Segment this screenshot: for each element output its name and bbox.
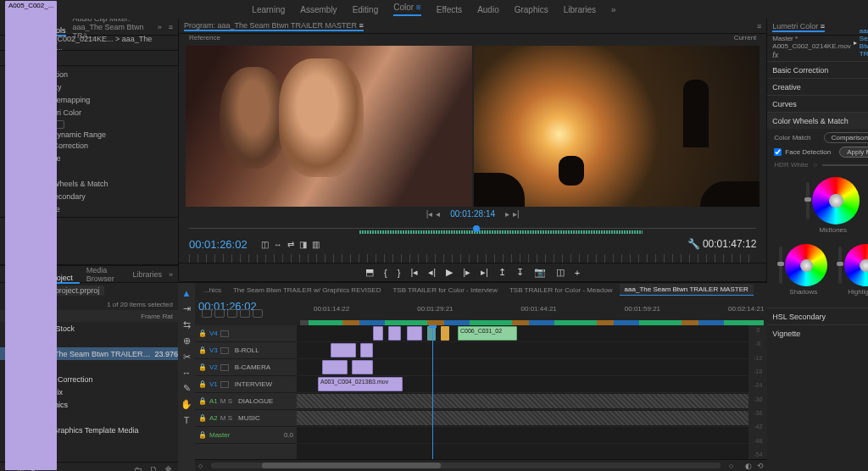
clip[interactable] [407,326,422,341]
reference-viewer[interactable] [186,46,472,207]
clip[interactable] [352,360,373,374]
seq-tab-4[interactable]: aaa_The Seam Btwn TRAILER MASTER [620,284,754,296]
ripple-tool-icon[interactable]: ⇆ [183,319,191,330]
tl-opt-4[interactable] [240,309,250,318]
tab-lumetri[interactable]: Lumetri Color ≡ [772,22,825,32]
face-detection-toggle[interactable]: Face Detection [774,148,831,156]
clip[interactable] [360,343,373,357]
col-framerate[interactable]: Frame Rat [141,313,173,320]
step-fwd-icon[interactable]: ▸ [505,209,509,219]
tl-util-1[interactable]: ◐ [745,462,752,470]
clip-c006[interactable]: C006_C031_02 [458,326,517,341]
selection-tool-icon[interactable]: ▲ [182,288,192,298]
track-head-master[interactable]: 🔒Master0.0 [195,427,297,444]
seq-tab-1[interactable]: The Seam Btwn TRAILER w/ Graphics REVISE… [228,285,387,296]
zoom-out-icon[interactable]: ○ [198,462,203,470]
lock-icon[interactable]: 🔒 [198,397,207,405]
compare-toggle-icon[interactable]: ◫ [554,267,567,278]
go-out-icon[interactable]: ▸| [478,267,491,278]
tl-opt-1[interactable] [202,309,212,318]
playhead[interactable] [432,325,433,459]
panel-menu-icon[interactable]: ≡ [169,23,173,31]
slip-tool-icon[interactable]: ↔ [182,368,192,378]
tl-opt-3[interactable] [227,309,237,318]
track-select-tool-icon[interactable]: ⇥ [183,303,191,314]
frame-fwd-icon[interactable]: |▸ [460,267,473,278]
tab-libraries[interactable]: Libraries [132,270,162,279]
highlights-wheel[interactable] [844,244,868,286]
midtones-luma-slider[interactable] [806,182,810,219]
settings-icon[interactable]: + [572,268,582,278]
lum-sec-wheels[interactable]: Color Wheels & Match☑ [767,112,868,129]
tl-util-2[interactable]: ⟲ [757,462,764,470]
program-scrubber[interactable] [189,224,756,234]
lum-sec-vignette[interactable]: Vignette☑ [767,324,868,341]
go-in-icon[interactable]: |◂ [408,267,420,278]
midtones-wheel[interactable] [812,177,860,224]
wipe-icon[interactable]: ▥ [312,240,320,249]
track-head-a2[interactable]: 🔒A2M SMUSIC [195,410,297,427]
frame-back-icon[interactable]: ◂| [426,267,438,278]
hdr-white-slider[interactable] [822,164,868,166]
tl-opt-2[interactable] [214,309,225,318]
ws-libraries[interactable]: Libraries [564,5,596,14]
shadows-wheel[interactable] [785,244,827,286]
ws-graphics[interactable]: Graphics [515,5,548,14]
prev-edit-icon[interactable]: |◂ [426,209,433,219]
new-bin-icon[interactable]: 🗀 [134,465,142,471]
pen-tool-icon[interactable]: ✎ [183,383,191,394]
program-timecode-in[interactable]: 00:01:26:02 [189,238,248,251]
proj-overflow-icon[interactable]: » [169,270,173,279]
step-back-icon[interactable]: ◂ [436,209,440,219]
out-icon[interactable]: } [395,268,403,278]
swap-icon[interactable]: ⇄ [287,240,294,249]
track-head-v1[interactable]: 🔒V1INTERVIEW [195,376,297,393]
extract-icon[interactable]: ↧ [514,267,526,278]
ws-editing[interactable]: Editing [353,5,379,14]
track-lanes[interactable]: C006_C031_02 A003_C004_0213B3.mov [297,325,748,459]
tl-opt-5[interactable] [253,309,263,318]
lum-sec-curves[interactable]: Curves☑ [767,95,868,112]
lock-icon[interactable]: 🔒 [198,380,207,388]
lum-sec-creative[interactable]: Creative☑ [767,78,868,95]
add-marker-icon[interactable]: ⬒ [363,267,376,278]
track-head-v4[interactable]: 🔒V4 [195,325,297,342]
seq-tab-0[interactable]: ...hics [198,285,226,296]
track-head-v2[interactable]: 🔒V2B-CAMERA [195,359,297,376]
zoom-in-icon[interactable]: ○ [729,462,733,470]
new-item-icon[interactable]: 🗋 [149,465,158,471]
compare-view-icon[interactable]: ◫ [261,240,269,249]
ws-audio[interactable]: Audio [477,5,499,14]
clip[interactable] [331,343,356,357]
highlights-luma-slider[interactable] [838,247,842,284]
razor-tool-icon[interactable]: ✂ [183,352,191,363]
ws-color[interactable]: Color ≡ [393,3,421,16]
timeline-zoom-bar[interactable] [211,463,720,468]
track-head-a1[interactable]: 🔒A1M SDIALOGUE [195,393,297,410]
tab-media-browser[interactable]: Media Browser [86,266,126,283]
comparison-view-button[interactable]: Comparison View [824,132,868,143]
lock-icon[interactable]: 🔒 [198,363,207,371]
lift-icon[interactable]: ↥ [496,267,509,278]
panel-overflow-icon[interactable]: » [158,23,162,31]
lock-icon[interactable]: 🔒 [198,346,207,354]
shadows-luma-slider[interactable] [779,247,782,284]
next-edit-icon[interactable]: ▸| [513,209,520,219]
fit-icon[interactable]: ↔ [274,240,282,249]
lock-icon[interactable]: 🔒 [198,414,207,422]
lock-icon[interactable]: 🔒 [198,330,207,337]
ws-overflow-icon[interactable]: » [611,5,616,14]
track-head-v3[interactable]: 🔒V3B-ROLL [195,342,297,359]
delete-icon[interactable]: 🗑 [164,465,173,471]
hand-tool-icon[interactable]: ✋ [181,399,192,410]
in-icon[interactable]: { [381,268,390,278]
clip[interactable] [373,326,383,341]
apply-match-button[interactable]: Apply Match [839,147,868,158]
clip[interactable] [427,326,436,341]
clip[interactable] [441,326,449,341]
clip[interactable] [322,360,348,374]
split-icon[interactable]: ◨ [299,240,307,249]
lum-sec-basic[interactable]: Basic Correction☑ [767,61,868,78]
seq-tab-2[interactable]: TSB TRAILER for Color - Interview [387,285,502,296]
rolling-tool-icon[interactable]: ⊕ [183,335,191,346]
